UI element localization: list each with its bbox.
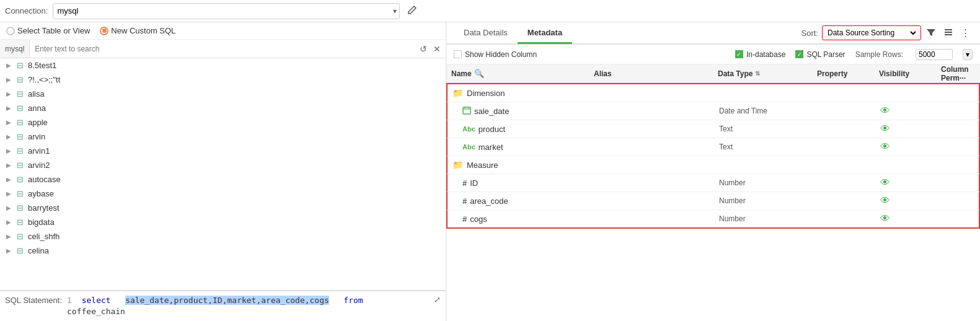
connection-edit-btn[interactable] bbox=[405, 5, 420, 17]
left-panel: Select Table or View New Custom SQL mysq… bbox=[0, 22, 446, 321]
svg-rect-2 bbox=[945, 34, 952, 35]
table-icon: ⊟ bbox=[17, 103, 24, 113]
area-code-visibility: 👁 bbox=[880, 195, 942, 206]
top-toolbar: Connection: ▾ bbox=[0, 0, 980, 22]
expand-sql-btn[interactable]: ⤢ bbox=[434, 295, 441, 304]
refresh-icon-btn[interactable]: ↺ bbox=[418, 44, 428, 54]
table-name: arvin bbox=[28, 132, 45, 141]
list-item[interactable]: ▶ ⊟ barrytest bbox=[0, 201, 446, 215]
more-options-btn[interactable]: ⋮ bbox=[958, 27, 973, 38]
svg-rect-0 bbox=[945, 29, 952, 30]
list-item[interactable]: ▶ ⊟ arvin2 bbox=[0, 158, 446, 172]
sql-statement-row: SQL Statement: 1 select sale_date,produc… bbox=[0, 291, 446, 321]
category-row-measure: 📁 Measure bbox=[446, 156, 980, 174]
filter-icon-btn[interactable] bbox=[924, 27, 938, 39]
search-actions: ↺ ✕ bbox=[418, 44, 446, 54]
show-hidden-label: Show Hidden Column bbox=[465, 50, 537, 59]
sample-rows-input[interactable] bbox=[916, 49, 953, 60]
list-item[interactable]: ▶ ⊟ bigdata bbox=[0, 215, 446, 229]
visibility-eye-icon[interactable]: 👁 bbox=[880, 177, 890, 188]
chevron-icon: ▶ bbox=[6, 176, 12, 183]
list-icon bbox=[943, 27, 953, 37]
in-database-option[interactable]: ✓ In-database bbox=[735, 50, 785, 59]
chevron-icon: ▶ bbox=[6, 62, 12, 69]
table-icon: ⊟ bbox=[17, 146, 24, 156]
col-header-visibility: Visibility bbox=[879, 69, 941, 78]
visibility-eye-icon[interactable]: 👁 bbox=[880, 123, 890, 134]
table-row: Abc market Text 👁 bbox=[446, 138, 980, 156]
radio-sql-option[interactable]: New Custom SQL bbox=[100, 26, 175, 35]
table-row: # area_code Number 👁 bbox=[446, 192, 980, 210]
visibility-eye-icon[interactable]: 👁 bbox=[880, 213, 890, 224]
clear-search-btn[interactable]: ✕ bbox=[432, 44, 442, 54]
sql-select-keyword: select bbox=[82, 296, 111, 305]
list-item[interactable]: ▶ ⊟ aybase bbox=[0, 187, 446, 201]
radio-table-option[interactable]: Select Table or View bbox=[6, 26, 90, 35]
visibility-eye-icon[interactable]: 👁 bbox=[880, 105, 890, 117]
dimension-folder-icon: 📁 bbox=[452, 88, 463, 98]
metadata-table-header: Name 🔍 Alias Data Type ⇅ Property Visibi… bbox=[446, 64, 980, 83]
chevron-icon: ▶ bbox=[6, 105, 12, 112]
list-item[interactable]: ▶ ⊟ celina bbox=[0, 244, 446, 258]
sort-select[interactable]: Data Source Sorting Alphabetical bbox=[825, 28, 918, 38]
table-icon: ⊟ bbox=[17, 75, 24, 84]
list-item[interactable]: ▶ ⊟ apple bbox=[0, 115, 446, 130]
in-database-checkbox: ✓ bbox=[735, 50, 743, 58]
market-field-name: market bbox=[479, 143, 584, 152]
list-item[interactable]: ▶ ⊟ autocase bbox=[0, 172, 446, 187]
visibility-eye-icon[interactable]: 👁 bbox=[880, 141, 890, 152]
abc-icon: Abc bbox=[462, 143, 475, 151]
radio-table-label: Select Table or View bbox=[17, 26, 90, 35]
connection-dropdown-btn[interactable]: ▾ bbox=[391, 7, 399, 15]
chevron-icon: ▶ bbox=[6, 147, 12, 154]
table-icon: ⊟ bbox=[17, 61, 24, 70]
sql-content[interactable]: 1 select sale_date,product,ID,market,are… bbox=[67, 295, 431, 317]
checkmark: ✓ bbox=[736, 51, 741, 58]
cogs-visibility: 👁 bbox=[880, 213, 942, 224]
show-hidden-option[interactable]: Show Hidden Column bbox=[454, 50, 537, 59]
list-item[interactable]: ▶ ⊟ anna bbox=[0, 101, 446, 115]
table-icon: ⊟ bbox=[17, 232, 24, 241]
table-name: alisa bbox=[28, 89, 45, 99]
product-datatype: Text bbox=[719, 125, 818, 133]
measure-name-col: 📁 Measure bbox=[452, 160, 595, 170]
list-item[interactable]: ▶ ⊟ ?!.,<>;;"tt bbox=[0, 73, 446, 87]
area-code-name-col: # area_code bbox=[452, 196, 595, 206]
calendar-icon bbox=[462, 106, 471, 115]
table-name: barrytest bbox=[28, 203, 60, 213]
visibility-eye-icon[interactable]: 👁 bbox=[880, 195, 890, 206]
category-row-dimension: 📁 Dimension bbox=[446, 83, 980, 102]
sale-date-visibility: 👁 bbox=[880, 105, 942, 117]
radio-sql-inner bbox=[102, 29, 107, 33]
col-header-property: Property bbox=[817, 69, 879, 78]
table-row: sale_date Date and Time 👁 bbox=[446, 102, 980, 120]
search-input[interactable] bbox=[35, 45, 413, 53]
cogs-field-name: cogs bbox=[470, 214, 575, 224]
sample-rows-dropdown-btn[interactable]: ▾ bbox=[963, 49, 973, 60]
sql-parser-option[interactable]: ✓ SQL Parser bbox=[795, 50, 845, 59]
sql-parser-label: SQL Parser bbox=[806, 50, 845, 59]
name-search-icon[interactable]: 🔍 bbox=[474, 69, 484, 78]
product-field-name: product bbox=[479, 125, 584, 134]
list-item[interactable]: ▶ ⊟ 8.5test1 bbox=[0, 58, 446, 73]
tab-metadata[interactable]: Metadata bbox=[518, 23, 572, 44]
chevron-icon: ▶ bbox=[6, 76, 12, 83]
list-item[interactable]: ▶ ⊟ alisa bbox=[0, 87, 446, 101]
source-type-row: Select Table or View New Custom SQL bbox=[0, 22, 446, 40]
table-row: # ID Number 👁 bbox=[446, 174, 980, 192]
sql-statement-label: SQL Statement: bbox=[5, 295, 62, 305]
list-item[interactable]: ▶ ⊟ celi_shfh bbox=[0, 229, 446, 244]
show-hidden-checkbox bbox=[454, 50, 462, 58]
table-name: celina bbox=[28, 246, 49, 255]
list-item[interactable]: ▶ ⊟ arvin1 bbox=[0, 144, 446, 158]
list-item[interactable]: ▶ ⊟ arvin bbox=[0, 130, 446, 144]
product-visibility: 👁 bbox=[880, 123, 942, 134]
list-view-btn[interactable] bbox=[941, 27, 956, 39]
table-icon: ⊟ bbox=[17, 218, 24, 227]
tab-data-details[interactable]: Data Details bbox=[454, 23, 518, 44]
area-code-field-name: area_code bbox=[470, 196, 575, 206]
connection-input[interactable] bbox=[53, 6, 391, 15]
market-datatype: Text bbox=[719, 143, 818, 151]
table-icon: ⊟ bbox=[17, 160, 24, 170]
sql-line-num: 1 bbox=[67, 296, 72, 305]
